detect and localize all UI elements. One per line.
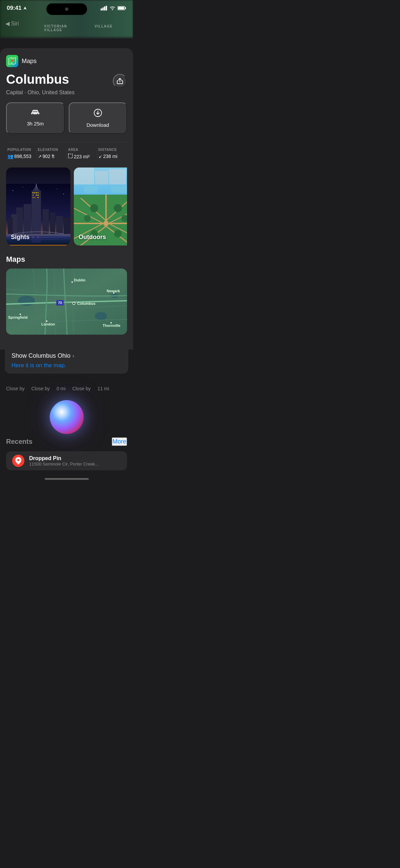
- svg-point-17: [57, 189, 57, 189]
- category-section: Sights: [6, 167, 127, 245]
- download-icon: [93, 108, 102, 119]
- population-value: 898,553: [14, 154, 31, 159]
- svg-rect-33: [38, 197, 39, 198]
- wifi-icon: [109, 6, 115, 11]
- area-value: 223 mi²: [74, 154, 90, 159]
- signal-icon: [101, 6, 107, 11]
- svg-text:Newark: Newark: [107, 289, 120, 293]
- svg-text:Columbus: Columbus: [77, 301, 96, 305]
- download-icon-svg: [93, 108, 102, 117]
- svg-rect-29: [36, 195, 37, 196]
- location-arrow-icon: [23, 6, 27, 11]
- status-time: 09:41: [7, 5, 27, 12]
- distance-icon: ↙: [99, 154, 102, 159]
- svg-rect-12: [68, 154, 72, 158]
- svg-point-9: [32, 114, 34, 115]
- svg-rect-40: [56, 216, 63, 235]
- share-button[interactable]: [113, 74, 127, 88]
- bottom-section: Close by Close by 0 mi Close by 11 mi Re…: [0, 378, 133, 490]
- village-label-1: VICTORIAN VILLAGE: [44, 24, 67, 32]
- show-columbus-text: Show Columbus Ohio: [12, 352, 70, 359]
- recents-row: Recents More: [6, 437, 127, 446]
- area-icon-svg: [68, 154, 73, 158]
- share-icon: [117, 78, 123, 84]
- population-icon: 👥: [7, 154, 13, 159]
- elevation-icon: ↗: [38, 154, 42, 159]
- home-bar: [45, 478, 89, 480]
- map-preview[interactable]: 70 Dublin Newark Columbus: [6, 269, 127, 335]
- pin-icon: [12, 455, 24, 467]
- dynamic-island-camera: [65, 7, 68, 11]
- svg-point-78: [71, 281, 73, 283]
- show-columbus-card[interactable]: Show Columbus Ohio › Here it is on the m…: [5, 346, 128, 374]
- map-svg: 70 Dublin Newark Columbus: [6, 269, 127, 335]
- download-button[interactable]: Download: [69, 102, 127, 134]
- app-name-label: Maps: [22, 58, 37, 65]
- svg-point-74: [95, 312, 107, 320]
- stats-row: POPULATION 👥 898,553 ELEVATION ↗ 902 ft …: [6, 142, 127, 159]
- svg-point-52: [103, 221, 109, 226]
- pin-title: Dropped Pin: [29, 455, 99, 461]
- svg-rect-3: [106, 6, 107, 11]
- home-indicator: [6, 473, 127, 485]
- svg-point-15: [23, 187, 23, 188]
- city-subtitle: Capital · Ohio, United States: [6, 90, 127, 96]
- more-button[interactable]: More: [112, 437, 127, 446]
- pin-info: Dropped Pin 11500 Seminole Cir, Porter C…: [29, 455, 99, 467]
- svg-rect-2: [104, 6, 105, 11]
- stat-distance: DISTANCE ↙ 238 mi: [97, 148, 127, 159]
- drive-icon: [30, 108, 40, 118]
- svg-point-87: [46, 320, 47, 322]
- recents-title: Recents: [6, 438, 33, 446]
- svg-rect-70: [84, 186, 98, 193]
- svg-rect-32: [34, 197, 35, 198]
- svg-rect-6: [125, 7, 126, 9]
- download-label: Download: [86, 122, 109, 128]
- svg-point-83: [73, 303, 75, 304]
- svg-rect-48: [74, 167, 94, 184]
- svg-rect-30: [38, 195, 39, 196]
- stat-area: AREA 223 mi²: [67, 148, 97, 159]
- svg-rect-27: [38, 192, 39, 193]
- svg-point-69: [114, 230, 122, 237]
- svg-rect-41: [64, 218, 70, 235]
- city-title-row: Columbus: [6, 73, 127, 88]
- action-buttons: 3h 25m Download: [6, 102, 127, 134]
- dropped-pin-row[interactable]: Dropped Pin 11500 Seminole Cir, Porter C…: [6, 451, 127, 470]
- category-card-outdoors[interactable]: Outdoors: [74, 167, 127, 245]
- battery-icon: [118, 6, 126, 11]
- svg-rect-36: [8, 218, 13, 235]
- sights-label: Sights: [11, 234, 29, 241]
- city-name: Columbus: [6, 73, 69, 87]
- svg-text:Thornville: Thornville: [103, 323, 121, 328]
- svg-rect-45: [33, 237, 34, 238]
- maps-app-icon: [6, 55, 18, 67]
- svg-text:Dublin: Dublin: [74, 278, 85, 282]
- svg-rect-25: [34, 192, 35, 193]
- svg-point-64: [90, 204, 98, 212]
- close-by-row: Close by Close by 0 mi Close by 11 mi: [6, 383, 127, 397]
- category-cards-list: Sights: [6, 167, 127, 245]
- svg-point-4: [112, 9, 113, 10]
- category-card-sights[interactable]: Sights: [6, 167, 70, 245]
- maps-section-title: Maps: [6, 255, 127, 264]
- maps-section: Maps: [6, 255, 127, 335]
- show-columbus-link[interactable]: Show Columbus Ohio ›: [12, 352, 122, 359]
- drive-button[interactable]: 3h 25m: [6, 102, 65, 134]
- car-icon-svg: [30, 108, 40, 116]
- svg-point-18: [63, 194, 64, 194]
- siri-orb[interactable]: [50, 400, 84, 434]
- svg-rect-26: [36, 192, 37, 193]
- svg-rect-24: [33, 192, 34, 193]
- svg-point-10: [37, 114, 38, 115]
- stat-population: POPULATION 👥 898,553: [6, 148, 37, 159]
- svg-rect-0: [101, 8, 102, 11]
- main-card: Maps Columbus Capital · Ohio, United Sta…: [0, 48, 133, 350]
- svg-point-85: [20, 314, 21, 315]
- maps-icon-svg: [7, 56, 17, 66]
- svg-rect-39: [50, 213, 55, 235]
- here-it-is-text: Here it is on the map.: [12, 362, 122, 369]
- svg-rect-7: [118, 7, 124, 9]
- map-pin-icon-svg: [15, 457, 21, 465]
- area-icon: [68, 154, 73, 159]
